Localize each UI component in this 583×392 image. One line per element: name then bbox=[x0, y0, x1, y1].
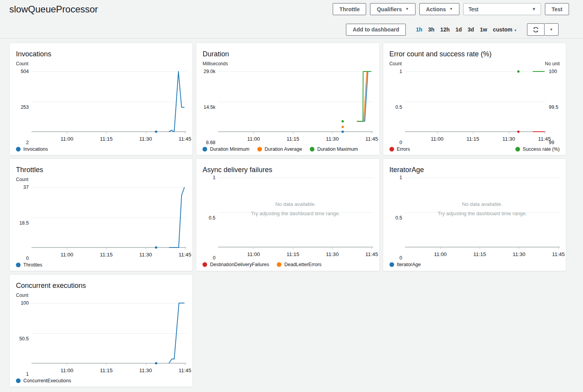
chart-plot-area[interactable] bbox=[31, 187, 186, 247]
x-axis-tick-mark bbox=[253, 247, 254, 249]
x-axis-tick-label: 11:00 bbox=[247, 251, 260, 257]
chart-legend: ConcurrentExecutions bbox=[16, 378, 186, 383]
legend-item[interactable]: Duration Minimum bbox=[202, 146, 249, 152]
qualifiers-button[interactable]: Qualifiers ▼ bbox=[370, 3, 415, 15]
legend-label: Duration Maximum bbox=[317, 146, 358, 152]
actions-button[interactable]: Actions ▼ bbox=[419, 3, 459, 15]
x-axis-tick-mark bbox=[106, 248, 106, 249]
y-axis-tick-label: 0 bbox=[26, 256, 29, 261]
x-axis-tick-mark bbox=[332, 247, 333, 249]
test-button-label: Test bbox=[552, 6, 562, 12]
legend-swatch bbox=[277, 262, 281, 267]
x-axis-tick-mark bbox=[146, 248, 146, 249]
x-axis-tick-mark bbox=[440, 247, 441, 249]
y-axis-tick-label: 1 bbox=[400, 175, 402, 180]
x-axis-tick-mark bbox=[473, 132, 473, 134]
legend-label: IteratorAge bbox=[397, 262, 421, 267]
chart-plot-area[interactable]: No data available.Try adjusting the dash… bbox=[218, 178, 373, 247]
x-axis-tick-mark bbox=[480, 247, 480, 249]
time-range-custom[interactable]: custom▼ bbox=[493, 26, 517, 33]
time-range-3d[interactable]: 3d bbox=[468, 26, 474, 33]
x-axis-labels: 11:0011:1511:3011:45 bbox=[218, 134, 373, 143]
x-axis-tick-label: 11:30 bbox=[326, 251, 339, 257]
legend-item[interactable]: Duration Maximum bbox=[310, 146, 358, 152]
legend-label: Duration Average bbox=[265, 146, 302, 152]
x-axis-tick-mark bbox=[437, 132, 438, 134]
gridline bbox=[405, 178, 560, 178]
chart-plot-area[interactable] bbox=[31, 303, 186, 363]
x-axis-tick-mark bbox=[67, 132, 67, 134]
chevron-down-icon: ▼ bbox=[405, 7, 409, 11]
x-axis-tick-mark bbox=[559, 247, 559, 249]
x-axis-tick-mark bbox=[519, 247, 519, 249]
legend-swatch bbox=[389, 262, 394, 267]
legend-swatch bbox=[389, 147, 394, 152]
y-axis-unit-label: Count bbox=[16, 61, 28, 67]
legend-item[interactable]: Errors bbox=[389, 146, 410, 152]
time-range-3h[interactable]: 3h bbox=[428, 26, 435, 33]
time-range-custom-label: custom bbox=[493, 26, 512, 33]
y-axis-tick-label: 1 bbox=[400, 69, 402, 74]
legend-item[interactable]: Throttles bbox=[16, 262, 42, 268]
time-range-12h[interactable]: 12h bbox=[440, 26, 450, 33]
duration-panel: Duration Milliseconds 29.0k14.5k8.68 11:… bbox=[196, 43, 379, 155]
chart-legend: Invocations bbox=[16, 146, 186, 152]
y-axis-tick-label: 1 bbox=[26, 371, 29, 377]
test-button[interactable]: Test bbox=[545, 3, 569, 15]
refresh-button[interactable] bbox=[527, 23, 545, 36]
x-axis-tick-label: 11:30 bbox=[513, 251, 525, 257]
y-axis-right-labels: 10099.599 bbox=[546, 71, 560, 143]
x-axis-tick-label: 11:15 bbox=[100, 368, 113, 373]
chart-body: 10.50 No data available.Try adjusting th… bbox=[202, 178, 373, 258]
legend-item[interactable]: Duration Average bbox=[257, 146, 302, 152]
throttle-button[interactable]: Throttle bbox=[333, 3, 366, 15]
chart-body: 3718.50 11:0011:1511:3011:45 bbox=[16, 187, 186, 258]
time-range-1d[interactable]: 1d bbox=[456, 26, 462, 33]
chart-title: IteratorAge bbox=[389, 165, 560, 174]
chart-plot-area[interactable] bbox=[405, 71, 546, 132]
x-axis-tick-mark bbox=[545, 132, 545, 134]
legend-item[interactable]: DeadLetterErrors bbox=[277, 262, 321, 267]
x-axis-tick-mark bbox=[185, 248, 185, 249]
x-axis-tick-label: 11:30 bbox=[139, 368, 152, 373]
legend-item[interactable]: IteratorAge bbox=[389, 262, 421, 267]
y-axis-tick-label: 100 bbox=[21, 300, 29, 306]
y-axis-tick-label: 0 bbox=[400, 140, 402, 145]
x-axis-tick-label: 11:45 bbox=[365, 136, 378, 142]
x-axis-tick-label: 11:00 bbox=[61, 136, 73, 142]
refresh-split-button: ▼ bbox=[527, 23, 559, 36]
time-range-1h[interactable]: 1h bbox=[416, 26, 422, 33]
legend-label: DeadLetterErrors bbox=[284, 262, 321, 267]
legend-item[interactable]: DestinationDeliveryFailures bbox=[202, 262, 269, 267]
refresh-options-button[interactable]: ▼ bbox=[545, 23, 559, 36]
add-to-dashboard-button[interactable]: Add to dashboard bbox=[346, 24, 406, 36]
y-axis-unit-label: Milliseconds bbox=[202, 61, 228, 67]
chart-plot-area[interactable] bbox=[31, 71, 186, 132]
legend-item[interactable]: Success rate (%) bbox=[515, 146, 560, 152]
chart-body: 10.50 No data available.Try adjusting th… bbox=[389, 178, 560, 258]
x-axis-tick-label: 11:15 bbox=[466, 136, 479, 142]
x-axis-labels: 11:0011:1511:3011:45 bbox=[31, 366, 186, 374]
test-event-select-value: Test bbox=[468, 6, 478, 12]
chart-body: 29.0k14.5k8.68 11:0011:1511:3011:45 bbox=[202, 71, 373, 143]
chart-plot-area[interactable] bbox=[218, 71, 373, 132]
concurrent-executions-panel: Concurrent executions Count 10050.51 11:… bbox=[9, 274, 193, 387]
x-axis-tick-label: 11:00 bbox=[247, 136, 260, 142]
legend-swatch bbox=[16, 378, 21, 383]
x-axis-tick-mark bbox=[332, 132, 333, 134]
chart-plot-area[interactable]: No data available.Try adjusting the dash… bbox=[405, 178, 560, 247]
x-axis-baseline bbox=[218, 247, 373, 247]
x-axis-tick-mark bbox=[106, 364, 106, 365]
legend-item[interactable]: Invocations bbox=[16, 146, 48, 152]
y-axis-right-tick-label: 100 bbox=[549, 69, 557, 74]
chart-title: Invocations bbox=[16, 49, 186, 59]
y-axis-labels: 5042532 bbox=[16, 71, 31, 143]
x-axis-tick-mark bbox=[372, 132, 372, 134]
chevron-down-icon: ▼ bbox=[449, 7, 453, 11]
chart-series-canvas bbox=[405, 71, 546, 132]
legend-item[interactable]: ConcurrentExecutions bbox=[16, 378, 71, 383]
test-event-select[interactable]: Test ▼ bbox=[463, 3, 541, 15]
time-range-1w[interactable]: 1w bbox=[480, 26, 487, 33]
x-axis-tick-label: 11:30 bbox=[139, 136, 152, 142]
no-data-line2: Try adjusting the dashboard time range. bbox=[218, 211, 373, 216]
